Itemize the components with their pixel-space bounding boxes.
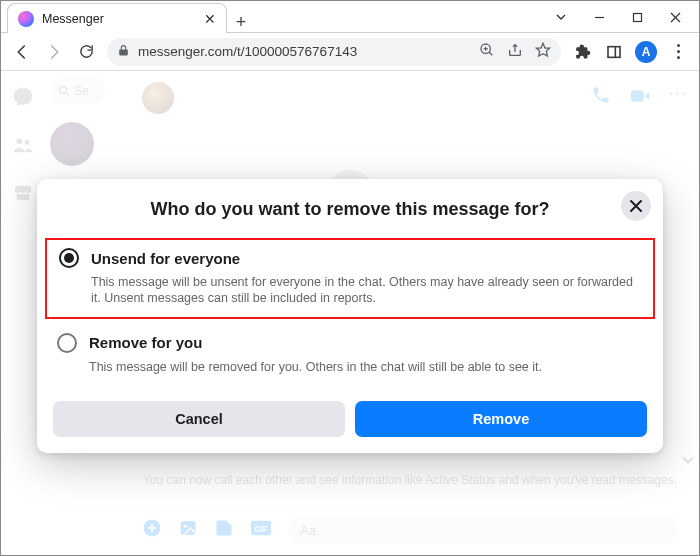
browser-toolbar: messenger.com/t/100000576767143 A	[1, 33, 699, 71]
svg-rect-8	[608, 46, 620, 57]
dialog-buttons: Cancel Remove	[37, 387, 663, 437]
window-maximize-button[interactable]	[619, 3, 655, 31]
remove-button[interactable]: Remove	[355, 401, 647, 437]
option-description: This message will be removed for you. Ot…	[89, 359, 643, 375]
lock-icon	[117, 44, 130, 60]
tab-close-icon[interactable]: ✕	[204, 11, 216, 27]
window-minimize-button[interactable]	[581, 3, 617, 31]
extensions-icon[interactable]	[571, 41, 593, 63]
messenger-favicon-icon	[18, 11, 34, 27]
option-label: Remove for you	[89, 334, 202, 351]
radio-unselected-icon	[57, 333, 77, 353]
address-bar[interactable]: messenger.com/t/100000576767143	[107, 38, 561, 66]
option-remove-for-you[interactable]: Remove for you This message will be remo…	[37, 323, 663, 387]
svg-rect-1	[633, 13, 641, 21]
nav-back-button[interactable]	[11, 41, 33, 63]
dialog-close-button[interactable]	[621, 191, 651, 221]
option-description: This message will be unsent for everyone…	[91, 274, 641, 307]
window-close-button[interactable]	[657, 3, 693, 31]
window-controls	[543, 1, 699, 33]
cancel-button[interactable]: Cancel	[53, 401, 345, 437]
url-text: messenger.com/t/100000576767143	[138, 44, 357, 59]
browser-tab-messenger[interactable]: Messenger ✕	[7, 3, 227, 33]
tab-title: Messenger	[42, 12, 104, 26]
svg-line-3	[489, 52, 492, 55]
nav-forward-button[interactable]	[43, 41, 65, 63]
zoom-icon[interactable]	[479, 42, 495, 61]
share-icon[interactable]	[507, 42, 523, 61]
nav-reload-button[interactable]	[75, 41, 97, 63]
omnibox-actions	[479, 42, 551, 61]
option-unsend-everyone[interactable]: Unsend for everyone This message will be…	[45, 238, 655, 319]
chevron-down-icon[interactable]	[543, 3, 579, 31]
profile-avatar[interactable]: A	[635, 41, 657, 63]
radio-selected-icon	[59, 248, 79, 268]
close-icon	[629, 199, 643, 213]
bookmark-star-icon[interactable]	[535, 42, 551, 61]
tab-strip: Messenger ✕ +	[1, 1, 543, 33]
svg-marker-7	[536, 43, 549, 56]
sidepanel-icon[interactable]	[603, 41, 625, 63]
dialog-title: Who do you want to remove this message f…	[37, 197, 663, 234]
browser-menu-button[interactable]	[667, 41, 689, 63]
window-titlebar: Messenger ✕ +	[1, 1, 699, 33]
remove-message-dialog: Who do you want to remove this message f…	[37, 179, 663, 453]
new-tab-button[interactable]: +	[227, 12, 255, 33]
option-label: Unsend for everyone	[91, 250, 240, 267]
